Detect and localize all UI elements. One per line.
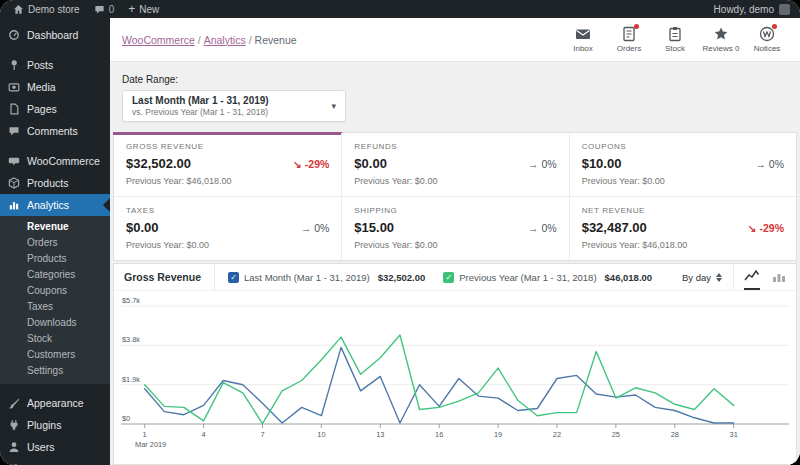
card-value: $0.00 (126, 220, 159, 235)
sidebar-item-dashboard[interactable]: Dashboard (0, 24, 110, 46)
sidebar-item-appearance[interactable]: Appearance (0, 392, 110, 414)
svg-text:Mar 2019: Mar 2019 (135, 440, 166, 449)
new-label: New (139, 4, 159, 15)
card-label: Net Revenue (582, 206, 784, 215)
pin-icon (8, 59, 20, 71)
card-label: Refunds (354, 142, 556, 151)
submenu-item-products[interactable]: Products (0, 251, 110, 267)
submenu-item-stock[interactable]: Stock (0, 331, 110, 347)
sidebar-item-analytics[interactable]: Analytics (0, 194, 110, 216)
chart-legend: ✓ Last Month (Mar 1 - 31, 2019) $32,502.… (215, 272, 652, 283)
stock-button[interactable]: Stock (652, 26, 698, 53)
sidebar-label: Analytics (27, 199, 69, 211)
svg-text:$3.8k: $3.8k (122, 335, 140, 344)
card-previous: Previous Year: $0.00 (354, 240, 556, 250)
card-net-revenue[interactable]: Net Revenue $32,487.00 ↘ -29% Previous Y… (569, 196, 796, 260)
checkbox-checked-icon: ✓ (228, 272, 239, 283)
card-previous: Previous Year: $0.00 (126, 240, 329, 250)
submenu-item-customers[interactable]: Customers (0, 347, 110, 363)
sidebar-item-products[interactable]: Products (0, 172, 110, 194)
line-chart-type-button[interactable] (744, 264, 760, 290)
action-label: Inbox (573, 44, 593, 53)
breadcrumb-separator: / (246, 34, 255, 46)
plus-icon: + (128, 3, 135, 15)
card-taxes[interactable]: Taxes $0.00 → 0% Previous Year: $0.00 (114, 196, 341, 260)
chevron-down-icon: ▾ (331, 101, 336, 111)
site-name: Demo store (28, 4, 80, 15)
home-icon (13, 4, 24, 15)
date-range-secondary: vs. Previous Year (Mar 1 - 31, 2018) (132, 107, 269, 117)
sidebar-label: Plugins (27, 419, 61, 431)
legend-item-last-month[interactable]: ✓ Last Month (Mar 1 - 31, 2019) $32,502.… (228, 272, 425, 283)
card-refunds[interactable]: Refunds $0.00 → 0% Previous Year: $0.00 (341, 133, 568, 196)
breadcrumb-separator: / (195, 34, 204, 46)
reviews-button[interactable]: Reviews 0 (698, 26, 744, 53)
summary-cards: Gross Revenue $32,502.00 ↘ -29% Previous… (113, 132, 797, 261)
card-gross-revenue[interactable]: Gross Revenue $32,502.00 ↘ -29% Previous… (114, 133, 341, 196)
legend-label: Last Month (Mar 1 - 31, 2019) (244, 272, 370, 283)
avatar (779, 4, 790, 15)
submenu-item-downloads[interactable]: Downloads (0, 315, 110, 331)
submenu-item-settings[interactable]: Settings (0, 363, 110, 379)
card-previous: Previous Year: $46,018.00 (582, 240, 784, 250)
line-chart-icon (744, 270, 760, 282)
comment-bubble-icon (8, 125, 20, 137)
breadcrumb-link-analytics[interactable]: Analytics (204, 34, 246, 46)
card-coupons[interactable]: Coupons $10.00 → 0% Previous Year: $0.00 (569, 133, 796, 196)
brush-icon (8, 397, 20, 409)
breadcrumb-link-woocommerce[interactable]: WooCommerce (122, 34, 195, 46)
inbox-button[interactable]: Inbox (560, 26, 606, 53)
submenu-item-orders[interactable]: Orders (0, 235, 110, 251)
sidebar-item-posts[interactable]: Posts (0, 54, 110, 76)
sidebar-item-media[interactable]: Media (0, 76, 110, 98)
sidebar-item-tools[interactable]: Tools (0, 458, 110, 465)
trend-flat-delta: → 0% (528, 222, 557, 234)
interval-select[interactable]: By day (671, 272, 733, 283)
svg-text:31: 31 (730, 430, 738, 439)
sidebar-item-users[interactable]: Users (0, 436, 110, 458)
card-value: $32,502.00 (126, 156, 191, 171)
submenu-item-categories[interactable]: Categories (0, 267, 110, 283)
submenu-item-taxes[interactable]: Taxes (0, 299, 110, 315)
sidebar-label: Comments (27, 125, 78, 137)
svg-text:25: 25 (612, 430, 620, 439)
notices-button[interactable]: Notices (744, 26, 790, 53)
comments-menu[interactable]: 0 (87, 0, 122, 18)
sidebar-item-plugins[interactable]: Plugins (0, 414, 110, 436)
svg-text:13: 13 (376, 430, 384, 439)
app-window: Demo store 0 + New Howdy, demo Dashboard… (0, 0, 800, 465)
sidebar-label: Posts (27, 59, 53, 71)
sidebar-label: Dashboard (27, 29, 78, 41)
breadcrumb-current: Revenue (255, 34, 297, 46)
action-label: Reviews 0 (703, 44, 740, 53)
action-label: Notices (754, 44, 781, 53)
date-range-label: Date Range: (122, 74, 797, 85)
notification-dot (634, 24, 639, 29)
howdy-account-menu[interactable]: Howdy, demo (714, 4, 774, 15)
card-value: $0.00 (354, 156, 387, 171)
orders-button[interactable]: Orders (606, 26, 652, 53)
svg-text:4: 4 (202, 430, 206, 439)
svg-text:$5.7k: $5.7k (122, 296, 140, 305)
new-content-menu[interactable]: + New (121, 0, 166, 18)
sidebar-item-woocommerce[interactable]: WooCommerce (0, 150, 110, 172)
trend-flat-delta: → 0% (301, 222, 330, 234)
plug-icon (8, 419, 20, 431)
chart-panel: Gross Revenue ✓ Last Month (Mar 1 - 31, … (113, 263, 797, 465)
card-shipping[interactable]: Shipping $15.00 → 0% Previous Year: $0.0… (341, 196, 568, 260)
legend-item-previous-year[interactable]: ✓ Previous Year (Mar 1 - 31, 2018) $46,0… (443, 272, 652, 283)
woocommerce-icon (8, 155, 20, 167)
sidebar-label: Media (27, 81, 56, 93)
card-value: $15.00 (354, 220, 394, 235)
trend-flat-delta: → 0% (528, 158, 557, 170)
sidebar-label: Pages (27, 103, 57, 115)
submenu-item-revenue[interactable]: Revenue (0, 219, 110, 235)
sidebar-item-pages[interactable]: Pages (0, 98, 110, 120)
date-range-select[interactable]: Last Month (Mar 1 - 31, 2019) vs. Previo… (122, 90, 346, 122)
date-range-primary: Last Month (Mar 1 - 31, 2019) (132, 95, 269, 106)
submenu-item-coupons[interactable]: Coupons (0, 283, 110, 299)
sidebar-item-comments[interactable]: Comments (0, 120, 110, 142)
wp-admin-bar: Demo store 0 + New Howdy, demo (0, 0, 800, 18)
site-name-menu[interactable]: Demo store (6, 0, 87, 18)
bar-chart-type-button[interactable] (772, 264, 786, 290)
